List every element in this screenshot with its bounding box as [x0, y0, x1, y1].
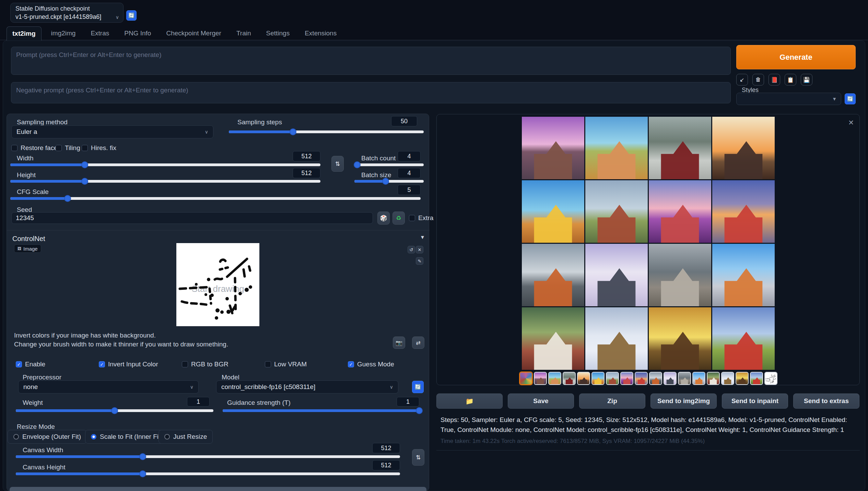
batch-count-value[interactable]: 4 — [398, 151, 421, 161]
sampling-steps-slider[interactable] — [229, 130, 424, 133]
prompt-input[interactable] — [11, 47, 731, 75]
seed-input[interactable] — [11, 212, 373, 224]
gallery-image-6[interactable] — [585, 180, 648, 243]
paste-params-button[interactable]: ↙ — [736, 74, 748, 85]
batch-size-slider[interactable] — [354, 180, 424, 183]
refresh-checkpoints-button[interactable]: 🔄 — [126, 10, 137, 21]
thumbnail-3[interactable] — [563, 372, 576, 385]
guess-mode-checkbox[interactable]: Guess Mode — [348, 361, 394, 368]
gallery-image-1[interactable] — [522, 117, 584, 179]
thumbnail-9[interactable] — [649, 372, 662, 385]
random-seed-button[interactable]: 🎲 — [377, 212, 390, 225]
weight-value[interactable]: 1 — [187, 397, 210, 407]
save-style-button[interactable]: 💾 — [801, 74, 812, 85]
thumbnail-10[interactable] — [664, 372, 677, 385]
weight-slider[interactable] — [16, 409, 213, 412]
batch-count-slider[interactable] — [354, 163, 424, 166]
preprocessor-select[interactable]: none∨ — [18, 380, 199, 393]
checkpoint-select[interactable]: v1-5-pruned.ckpt [e1441589a6] ∨ — [15, 13, 119, 21]
seed-extra-checkbox[interactable]: Extra — [409, 214, 433, 222]
thumbnail-16[interactable] — [750, 372, 763, 385]
thumbnail-1[interactable] — [534, 372, 547, 385]
tiling-checkbox[interactable]: Tiling — [56, 144, 80, 152]
tab-checkpoint-merger[interactable]: Checkpoint Merger — [161, 26, 227, 40]
thumbnail-grid-montage[interactable] — [519, 372, 532, 385]
thumbnail-scribble[interactable] — [764, 372, 777, 385]
generate-button[interactable]: Generate — [736, 45, 856, 69]
open-folder-button[interactable]: 📁 — [436, 393, 503, 409]
gallery-image-15[interactable] — [649, 307, 711, 370]
height-slider[interactable] — [10, 180, 320, 183]
tab-png-info[interactable]: PNG Info — [119, 26, 156, 40]
gallery-image-10[interactable] — [585, 244, 648, 306]
thumbnail-12[interactable] — [692, 372, 705, 385]
tab-settings[interactable]: Settings — [261, 26, 295, 40]
canvas-height-slider[interactable] — [16, 472, 400, 475]
send-to-extras-button[interactable]: Send to extras — [793, 393, 859, 409]
hires-fix-checkbox[interactable]: Hires. fix — [82, 144, 116, 152]
guidance-strength-value[interactable]: 1 — [397, 397, 419, 407]
tab-extras[interactable]: Extras — [85, 26, 115, 40]
invert-input-color-checkbox[interactable]: Invert Input Color — [99, 361, 158, 368]
send-to-img2img-button[interactable]: Send to img2img — [650, 393, 717, 409]
undo-icon[interactable]: ↺ — [408, 246, 415, 253]
zip-button[interactable]: Zip — [579, 393, 645, 409]
thumbnail-11[interactable] — [678, 372, 691, 385]
gallery-image-3[interactable] — [649, 117, 711, 179]
sampling-steps-value[interactable]: 50 — [391, 116, 417, 126]
height-value[interactable]: 512 — [293, 168, 320, 178]
resize-scale-to-fit-radio[interactable]: Scale to Fit (Inner Fit) — [85, 430, 168, 444]
gallery-image-16[interactable] — [712, 307, 775, 370]
resize-envelope-radio[interactable]: Envelope (Outer Fit) — [8, 430, 87, 444]
thumbnail-8[interactable] — [635, 372, 648, 385]
gallery-image-11[interactable] — [649, 244, 711, 306]
sampling-method-select[interactable]: Euler a ∨ — [11, 125, 213, 138]
negative-prompt-input[interactable] — [11, 82, 731, 103]
thumbnail-6[interactable] — [606, 372, 619, 385]
gallery-image-13[interactable] — [522, 307, 584, 370]
canvas-width-slider[interactable] — [16, 455, 400, 458]
cfg-scale-value[interactable]: 5 — [398, 185, 421, 195]
rgb-to-bgr-checkbox[interactable]: RGB to BGR — [182, 361, 228, 368]
gallery-image-12[interactable] — [712, 244, 775, 306]
low-vram-checkbox[interactable]: Low VRAM — [265, 361, 307, 368]
width-value[interactable]: 512 — [293, 151, 320, 161]
refresh-controlnet-models-button[interactable]: 🔄 — [412, 381, 424, 393]
swap-direction-icon[interactable]: ⇄ — [412, 336, 424, 349]
thumbnail-2[interactable] — [548, 372, 561, 385]
tab-txt2img[interactable]: txt2img — [7, 26, 42, 41]
refresh-styles-button[interactable]: 🔄 — [845, 93, 856, 104]
thumbnail-7[interactable] — [620, 372, 633, 385]
canvas-height-value[interactable]: 512 — [372, 460, 400, 470]
thumbnail-4[interactable] — [577, 372, 590, 385]
restore-faces-checkbox[interactable]: Restore faces — [11, 144, 61, 152]
send-to-inpaint-button[interactable]: Send to inpaint — [722, 393, 788, 409]
tab-extensions[interactable]: Extensions — [299, 26, 342, 40]
gallery-image-14[interactable] — [585, 307, 648, 370]
brush-icon[interactable]: ✎ — [416, 257, 423, 265]
styles-select[interactable]: ▼ — [736, 93, 841, 105]
gallery-image-5[interactable] — [522, 180, 584, 243]
clear-prompt-button[interactable]: 🗑 — [752, 74, 764, 85]
webcam-icon[interactable]: 📷 — [393, 336, 405, 349]
canvas-width-value[interactable]: 512 — [372, 443, 400, 453]
gallery-image-8[interactable] — [712, 180, 775, 243]
gallery-image-4[interactable] — [712, 117, 775, 179]
controlnet-enable-checkbox[interactable]: Enable — [16, 361, 45, 368]
controlnet-model-select[interactable]: control_scribble-fp16 [c508311e]∨ — [216, 380, 398, 393]
preview-annotator-button[interactable] — [10, 487, 426, 491]
swap-canvas-dimensions-button[interactable]: ⇅ — [412, 449, 424, 466]
thumbnail-15[interactable] — [736, 372, 749, 385]
gallery-image-9[interactable] — [522, 244, 584, 306]
close-icon[interactable]: ✕ — [848, 118, 854, 127]
tab-train[interactable]: Train — [231, 26, 257, 40]
guidance-strength-slider[interactable] — [223, 409, 419, 412]
clipboard-button[interactable]: 📋 — [785, 74, 796, 85]
cfg-scale-slider[interactable] — [10, 197, 421, 200]
thumbnail-13[interactable] — [707, 372, 720, 385]
resize-just-resize-radio[interactable]: Just Resize — [159, 430, 213, 444]
gallery-image-7[interactable] — [649, 180, 711, 243]
thumbnail-5[interactable] — [591, 372, 605, 385]
reuse-seed-button[interactable]: ♻ — [392, 212, 405, 225]
close-icon[interactable]: ✕ — [416, 246, 423, 253]
